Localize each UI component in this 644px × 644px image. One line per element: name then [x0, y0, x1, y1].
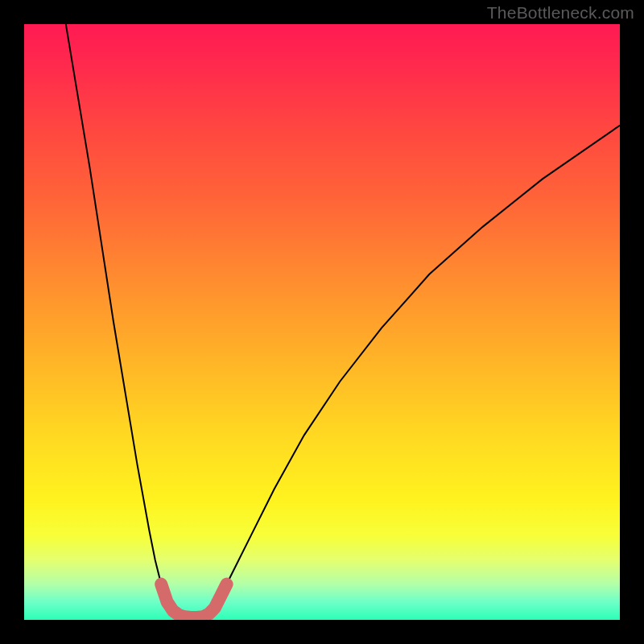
watermark-text: TheBottleneck.com: [487, 3, 634, 23]
right-curve-path: [203, 126, 620, 617]
chart-plot-area: [24, 24, 620, 620]
valley-highlight-path: [161, 584, 226, 617]
chart-curves-svg: [24, 24, 620, 620]
left-curve-path: [66, 24, 185, 617]
